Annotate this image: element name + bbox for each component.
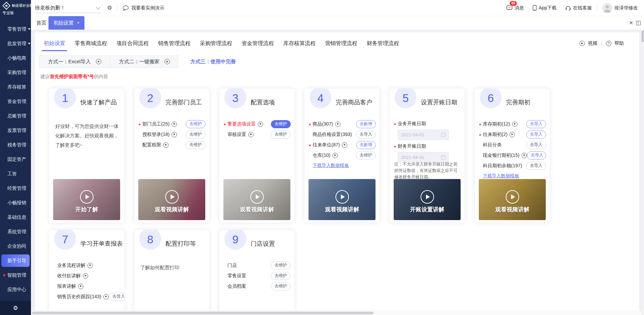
sidebar-item-retail[interactable]: 零售管理 xyxy=(0,22,31,36)
go-maintain-button[interactable]: 去维护 xyxy=(186,131,206,139)
sidebar-item-invoice[interactable]: 发票管理 xyxy=(0,123,31,138)
go-import-button[interactable]: 去导入 xyxy=(526,162,546,170)
row-label: 现金银行期初(15) xyxy=(483,152,520,159)
layout-split-icon[interactable] xyxy=(636,21,641,25)
settings-gear-button[interactable]: ⚙ xyxy=(107,4,112,11)
horizontal-scrollbar-thumb[interactable] xyxy=(32,312,373,314)
sidebar-item-tax[interactable]: 税务管理 xyxy=(0,138,31,152)
sidebar-settings-button[interactable]: ⚙ xyxy=(0,301,31,315)
tab-home[interactable]: 首页 xyxy=(36,16,46,30)
play-icon[interactable] xyxy=(512,121,517,127)
play-icon[interactable] xyxy=(87,263,93,268)
sidebar-item-wholesale[interactable]: 批发管理 xyxy=(0,36,31,51)
video-thumbnail[interactable]: 开始了解 xyxy=(53,179,120,220)
vertical-scrollbar-thumb[interactable] xyxy=(642,31,644,42)
play-icon[interactable] xyxy=(332,153,338,158)
sidebar-item-app-center[interactable]: 应用中心 xyxy=(0,282,31,297)
tab-purchase-flow[interactable]: 采购管理流程 xyxy=(200,40,232,47)
sidebar-item-funds[interactable]: 资金管理 xyxy=(0,94,31,109)
sidebar-item-fixed-assets[interactable]: 固定资产 xyxy=(0,152,31,167)
download-template-link[interactable]: 下载导入数据模板 xyxy=(313,163,349,169)
play-icon[interactable] xyxy=(509,132,515,137)
card-title: 配置打印等 xyxy=(166,240,196,248)
play-icon[interactable] xyxy=(522,153,527,158)
go-maintain-button[interactable]: 去维护 xyxy=(271,272,291,280)
business-open-date-input[interactable]: 2021-04-01 xyxy=(398,130,449,140)
sidebar-item-payroll[interactable]: 工资 xyxy=(0,167,31,181)
tab-initial-setup[interactable]: 初始设置 × xyxy=(48,16,84,30)
org-selector[interactable]: 徐老板勿删！ xyxy=(35,3,102,13)
video-thumbnail[interactable]: 观看视频讲解 xyxy=(138,179,205,220)
play-icon[interactable] xyxy=(335,121,341,127)
video-thumbnail[interactable]: 观看视频讲解 xyxy=(309,179,375,220)
video-button[interactable]: 视频 xyxy=(588,40,597,46)
sidebar-item-label: 总账管理 xyxy=(7,113,26,119)
tab-finance-flow[interactable]: 财务管理流程 xyxy=(367,40,399,47)
tab-inventory-flow[interactable]: 库存核算流程 xyxy=(283,40,316,47)
sidebar-item-reimburse[interactable]: 小畅报销 xyxy=(0,196,31,210)
sidebar-item-inventory[interactable]: 库存核算 xyxy=(0,80,31,94)
go-import-button[interactable]: 去导入 xyxy=(527,151,546,160)
go-import-button[interactable]: 去导入 xyxy=(109,293,124,301)
row-label: 商品价格设置(393) xyxy=(313,132,352,138)
sidebar-item-onboarding[interactable]: 新手引导 xyxy=(1,254,30,267)
method-tab-one-key-move[interactable]: 方式二：一键搬家 xyxy=(110,55,179,68)
play-icon[interactable] xyxy=(172,121,177,127)
go-add-button[interactable]: 去新增 xyxy=(356,120,376,128)
help-button[interactable]: 帮助 xyxy=(614,40,624,46)
play-icon[interactable] xyxy=(163,142,169,148)
video-thumbnail[interactable]: 观看视频讲解 xyxy=(223,179,290,220)
close-all-icon[interactable]: ✕ xyxy=(629,16,633,30)
go-maintain-button[interactable]: 去维护 xyxy=(271,131,291,139)
close-icon[interactable]: × xyxy=(77,21,79,25)
sidebar-item-system[interactable]: 系统管理 xyxy=(0,224,31,239)
video-thumbnail[interactable]: 观看视频讲解 xyxy=(479,179,546,220)
method-tab-complete-in-use[interactable]: 方式三：使用中完善 xyxy=(179,55,248,68)
sidebar-item-collaboration[interactable]: 企业协同 xyxy=(0,239,31,253)
step-circle: 1 xyxy=(54,89,76,108)
go-import-button[interactable]: 去导入 xyxy=(526,141,546,149)
play-icon[interactable] xyxy=(342,142,347,148)
go-import-button[interactable]: 去导入 xyxy=(526,120,546,128)
sidebar-item-general-ledger[interactable]: 总账管理 xyxy=(0,109,31,123)
sidebar-item-purchase[interactable]: 采购管理 xyxy=(0,65,31,80)
user-menu[interactable]: 徐泽华修改 xyxy=(602,3,638,13)
go-import-button[interactable]: 去导入 xyxy=(356,131,376,139)
messages-button[interactable]: 65 消息 xyxy=(506,5,524,11)
go-maintain-button[interactable]: 去维护 xyxy=(271,120,291,128)
play-icon[interactable] xyxy=(103,294,109,300)
sidebar-item-smart-manage[interactable]: 智能管理 xyxy=(0,268,31,282)
go-maintain-button[interactable]: 去维护 xyxy=(186,120,206,128)
username-label: 徐泽华修改 xyxy=(614,5,638,11)
horizontal-scrollbar[interactable] xyxy=(31,311,641,315)
method-tab-excel-import[interactable]: 方式一：Excel导入 xyxy=(39,55,110,68)
go-maintain-button[interactable]: 去维护 xyxy=(271,261,291,270)
tab-initial-settings[interactable]: 初始设置 xyxy=(44,40,65,47)
play-icon[interactable] xyxy=(248,132,254,137)
sidebar-item-ecommerce[interactable]: 小畅电商 xyxy=(0,51,31,65)
app-download-button[interactable]: App下载 xyxy=(533,5,557,11)
go-maintain-button[interactable]: 去维护 xyxy=(271,282,291,290)
demo-link[interactable]: 我要看实例演示 xyxy=(122,5,164,11)
go-import-button[interactable]: 去导入 xyxy=(526,131,546,139)
sidebar-item-label: 零售管理 xyxy=(7,26,26,32)
play-icon[interactable] xyxy=(172,132,177,137)
play-icon[interactable] xyxy=(258,121,263,127)
row-label: 商品(307) xyxy=(313,121,333,127)
sidebar-item-basic-info[interactable]: 基础信息 xyxy=(0,210,31,224)
go-add-button[interactable]: 去新增 xyxy=(356,141,376,149)
tab-funds-flow[interactable]: 资金管理流程 xyxy=(242,40,274,47)
play-icon[interactable] xyxy=(83,273,88,279)
tab-sales-flow[interactable]: 销售管理流程 xyxy=(158,40,190,47)
tab-retail-mall-flow[interactable]: 零售商城流程 xyxy=(75,40,107,47)
online-service-button[interactable]: 在线客服 xyxy=(565,5,592,11)
tab-project-contract-flow[interactable]: 项目合同流程 xyxy=(116,40,149,47)
download-template-link[interactable]: 下载导入数据模板 xyxy=(483,173,519,179)
vertical-scrollbar[interactable] xyxy=(641,30,644,315)
go-maintain-button[interactable]: 去维护 xyxy=(186,141,206,149)
tab-marketing-flow[interactable]: 营销管理流程 xyxy=(325,40,357,47)
go-maintain-button[interactable]: 去维护 xyxy=(356,151,376,160)
video-thumbnail[interactable]: 开账设置讲解 xyxy=(394,179,461,220)
play-icon[interactable] xyxy=(78,284,83,289)
sidebar-item-operations[interactable]: 经营管理 xyxy=(0,181,31,196)
